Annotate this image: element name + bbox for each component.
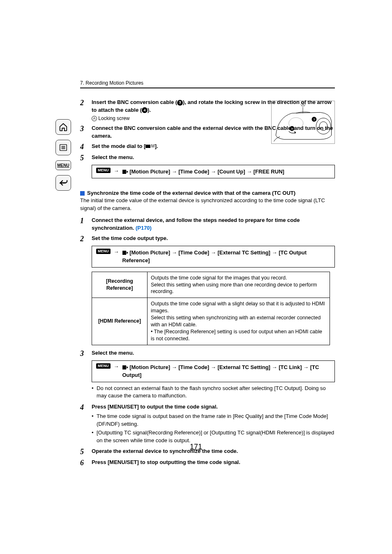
svg-point-6 [316, 118, 330, 134]
step-text: ). [148, 107, 151, 113]
toc-icon[interactable] [55, 140, 71, 155]
step-text: Insert the BNC conversion cable ( [92, 99, 177, 105]
step-number: 3 [80, 349, 92, 358]
row-body: Outputs the time code signal for the ima… [148, 272, 330, 298]
chapter-header: 7. Recording Motion Pictures [80, 80, 335, 88]
svg-point-7 [319, 122, 327, 131]
step-5: 5 Select the menu. [80, 154, 335, 162]
back-icon[interactable] [55, 175, 71, 191]
menu-path-text: [Motion Picture] → [Time Code] → [Extern… [122, 364, 319, 379]
svg-point-13 [289, 118, 303, 129]
row-header: [Recording Reference] [92, 272, 148, 298]
step-number: 2 [80, 99, 92, 122]
section-heading: Synchronize the time code of the externa… [80, 190, 335, 196]
page-number[interactable]: 171 [190, 443, 202, 451]
step-number: 1 [80, 217, 92, 232]
step-text: Select the menu. [92, 154, 134, 160]
menu-path-text: [Motion Picture] → [Time Code] → [Count … [129, 169, 284, 175]
menu-path-box: MENU → [Motion Picture] → [Time Code] → … [92, 246, 335, 268]
menu-badge: MENU [96, 363, 111, 369]
step-number: 2 [80, 235, 92, 243]
svg-marker-12 [294, 131, 296, 134]
svg-text:3: 3 [313, 118, 315, 121]
camera-illustration: Ⓐ 3 4 [271, 101, 335, 144]
menu-badge: MENU [96, 168, 111, 173]
row-header: [HDMI Reference] [92, 298, 148, 345]
row-body: Outputs the time code signal with a slig… [148, 298, 330, 345]
tc-step-2: 2 Set the time code output type. [80, 235, 335, 243]
step-number: 3 [80, 125, 92, 140]
section-title: Synchronize the time code of the externa… [87, 190, 295, 196]
tc-step-5: 5 Operate the external device to synchro… [80, 448, 335, 456]
step-text: Connect the external device, and follow … [92, 217, 300, 231]
step-text: Set the time code output type. [92, 235, 168, 241]
label-A-icon: A [92, 116, 97, 121]
menu-path-text: [Motion Picture] → [Time Code] → [Extern… [122, 249, 307, 264]
motion-picture-icon [122, 365, 128, 369]
step-number: 5 [80, 154, 92, 162]
menu-nav-button[interactable]: MENU [55, 160, 71, 170]
step-number: 4 [80, 143, 92, 151]
menu-path-box: MENU → [Motion Picture] → [Time Code] → … [92, 165, 335, 179]
svg-text:Ⓐ: Ⓐ [301, 102, 305, 107]
svg-text:4: 4 [291, 127, 293, 131]
note-list: Do not connect an external flash to the … [92, 385, 335, 400]
step-text: Select the menu. [92, 350, 134, 356]
list-item: Do not connect an external flash to the … [92, 385, 335, 400]
tc-step-6: 6 Press [MENU/SET] to stop outputting th… [80, 459, 335, 467]
home-icon[interactable] [55, 119, 71, 135]
creative-video-mode-icon: M [145, 143, 154, 150]
section-marker-icon [80, 191, 85, 196]
tc-step-3: 3 Select the menu. [80, 349, 335, 358]
callout-3-icon: 3 [177, 100, 183, 106]
step-text: Press [MENU/SET] to stop outputting the … [92, 459, 240, 465]
settings-table: [Recording Reference] Outputs the time c… [92, 272, 330, 345]
tc-step-4: 4 Press [MENU/SET] to output the time co… [80, 403, 335, 445]
step-text: Operate the external device to synchroni… [92, 448, 238, 454]
menu-path-box: MENU → [Motion Picture] → [Time Code] → … [92, 360, 335, 382]
page-link[interactable]: (P170) [136, 225, 152, 231]
sublabel-text: Locking screw [97, 115, 129, 121]
table-row: [HDMI Reference] Outputs the time code s… [92, 298, 330, 345]
motion-picture-icon [122, 170, 128, 174]
step-text: Press [MENU/SET] to output the time code… [92, 404, 218, 410]
step-text: ]. [155, 143, 158, 149]
sidebar-nav: MENU [55, 119, 72, 196]
step-text: Set the mode dial to [ [92, 143, 145, 149]
motion-picture-icon [122, 251, 128, 255]
section-description: The initial time code value of the exter… [80, 197, 335, 212]
tc-step-1: 1 Connect the external device, and follo… [80, 217, 335, 232]
menu-badge: MENU [96, 249, 111, 254]
step-number: 6 [80, 459, 92, 467]
callout-4-icon: 4 [142, 107, 148, 113]
step-number: 5 [80, 448, 92, 456]
page-content: 7. Recording Motion Pictures Ⓐ 3 4 2 Ins… [80, 80, 335, 470]
step-number: 4 [80, 403, 92, 445]
list-item: The time code signal is output based on … [92, 413, 335, 428]
list-item: [Outputting TC signal(Recording Referenc… [92, 429, 335, 445]
table-row: [Recording Reference] Outputs the time c… [92, 272, 330, 298]
